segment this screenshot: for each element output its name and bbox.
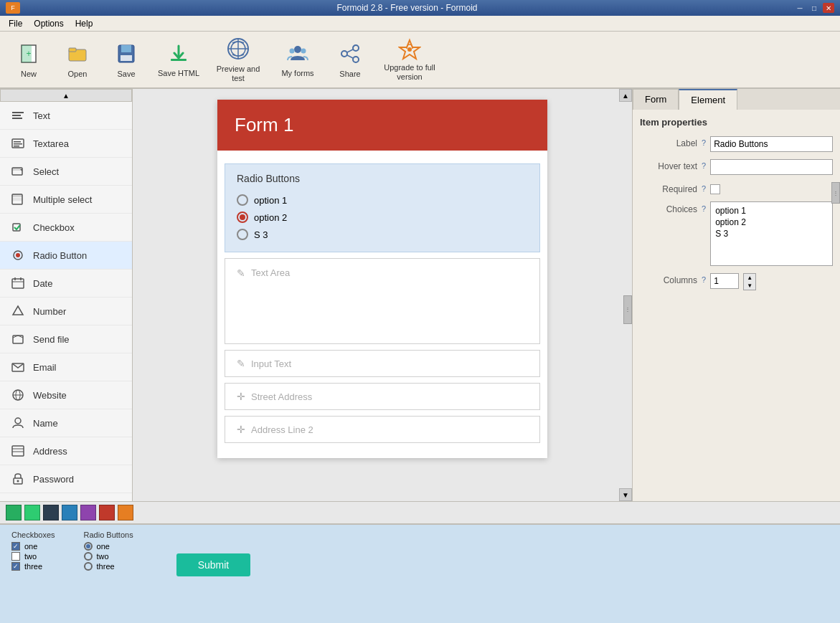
required-help-icon[interactable]: ? — [702, 182, 706, 193]
columns-increment[interactable]: ▲ — [744, 274, 755, 282]
textarea-field[interactable]: ✎ Text Area — [225, 258, 540, 344]
svg-marker-42 — [13, 306, 23, 315]
sidebar-item-multiple-select-label: Multiple select — [33, 194, 92, 205]
close-button[interactable]: ✕ — [823, 3, 834, 13]
color-swatch-purple[interactable] — [80, 505, 96, 520]
new-label: New — [21, 70, 37, 78]
color-swatch-green[interactable] — [24, 505, 40, 520]
preview-radio-three-btn[interactable] — [84, 562, 93, 571]
choice-item-2[interactable]: option 2 — [714, 217, 829, 228]
open-icon — [65, 41, 90, 67]
color-swatch-orange[interactable] — [118, 505, 133, 520]
sidebar-item-radio-button[interactable]: Radio Button — [0, 242, 132, 270]
sidebar-item-name[interactable]: Name — [0, 409, 132, 437]
svg-rect-6 — [121, 45, 131, 52]
choice-item-1[interactable]: option 1 — [714, 205, 829, 217]
radio-option-3[interactable]: S 3 — [237, 226, 528, 243]
sidebar-item-date[interactable]: Date — [0, 270, 132, 298]
canvas-scroll-down[interactable]: ▼ — [619, 488, 632, 501]
sidebar-scroll-up[interactable]: ▲ — [0, 89, 132, 102]
svg-rect-38 — [12, 279, 24, 288]
canvas-scroll-up[interactable]: ▲ — [619, 89, 632, 102]
save-button[interactable]: Save — [105, 34, 148, 85]
color-swatch-dark[interactable] — [43, 505, 59, 520]
new-button[interactable]: + New — [7, 34, 50, 85]
item-properties-title: Item properties — [640, 117, 833, 128]
svg-point-18 — [353, 57, 359, 62]
preview-submit-button[interactable]: Submit — [176, 553, 251, 576]
input-text-field[interactable]: ✎ Input Text — [225, 350, 540, 377]
sidebar-item-address-label: Address — [33, 446, 67, 457]
radio-circle-2[interactable] — [237, 211, 248, 223]
color-swatch-teal[interactable] — [6, 505, 22, 520]
radio-option-1[interactable]: option 1 — [237, 191, 528, 209]
preview-checkbox-three-box[interactable] — [11, 562, 20, 571]
save-html-button[interactable]: Save HTML — [154, 34, 204, 85]
hover-text-prop-input[interactable] — [710, 159, 833, 175]
textarea-placeholder: Text Area — [251, 267, 290, 278]
svg-point-37 — [16, 253, 20, 257]
sidebar-item-select[interactable]: Select — [0, 158, 132, 186]
preview-radio-two-btn[interactable] — [84, 552, 93, 561]
sidebar-item-multiple-select[interactable]: Multiple select — [0, 186, 132, 214]
choices-box[interactable]: option 1 option 2 S 3 — [710, 201, 833, 266]
select-icon — [10, 163, 26, 179]
menu-help[interactable]: Help — [70, 17, 99, 30]
input-text-icon: ✎ — [237, 358, 245, 369]
sidebar-item-number[interactable]: Number — [0, 298, 132, 325]
sidebar-item-send-file[interactable]: Send file — [0, 325, 132, 353]
preview-checkbox-one-box[interactable] — [11, 542, 20, 551]
menu-options[interactable]: Options — [28, 17, 69, 30]
columns-prop-input[interactable] — [710, 273, 739, 289]
address-line2-field[interactable]: ✛ Address Line 2 — [225, 416, 540, 443]
sidebar-item-website[interactable]: Website — [0, 381, 132, 409]
preview-checkbox-one-label: one — [24, 542, 37, 551]
website-icon — [10, 387, 26, 403]
label-prop-input[interactable] — [710, 136, 833, 152]
open-button[interactable]: Open — [56, 34, 99, 85]
text-icon — [10, 108, 26, 123]
choice-item-3[interactable]: S 3 — [714, 228, 829, 239]
share-button[interactable]: Share — [329, 34, 372, 85]
preview-radio-one-btn[interactable] — [84, 542, 93, 551]
svg-rect-27 — [14, 143, 22, 145]
my-forms-button[interactable]: My forms — [273, 34, 323, 85]
sidebar-item-password-label: Password — [33, 474, 74, 485]
input-text-placeholder: Input Text — [251, 358, 291, 369]
color-swatch-red[interactable] — [99, 505, 115, 520]
hover-text-help-icon[interactable]: ? — [702, 159, 706, 170]
sidebar-item-text[interactable]: Text — [0, 102, 132, 130]
svg-text:+: + — [26, 49, 31, 59]
preview-button[interactable]: Preview and test — [209, 34, 267, 85]
columns-help-icon[interactable]: ? — [702, 273, 706, 284]
color-swatch-blue[interactable] — [62, 505, 77, 520]
choices-help-icon[interactable]: ? — [702, 201, 706, 213]
sidebar-item-address[interactable]: Address — [0, 437, 132, 465]
my-forms-label: My forms — [281, 69, 313, 78]
radio-option-2[interactable]: option 2 — [237, 209, 528, 226]
minimize-button[interactable]: ─ — [794, 3, 806, 13]
required-checkbox[interactable] — [710, 184, 720, 194]
sidebar-item-textarea[interactable]: Textarea — [0, 130, 132, 158]
tab-form[interactable]: Form — [633, 89, 679, 110]
street-address-field[interactable]: ✛ Street Address — [225, 383, 540, 410]
radio-circle-3[interactable] — [237, 229, 248, 240]
center-resize-handle[interactable]: ⋮ — [623, 295, 632, 324]
maximize-button[interactable]: □ — [808, 3, 820, 13]
label-help-icon[interactable]: ? — [702, 136, 706, 147]
radio-circle-1[interactable] — [237, 194, 248, 206]
preview-radio-one: one — [84, 542, 133, 551]
preview-checkbox-two-box[interactable] — [11, 552, 20, 561]
menu-file[interactable]: File — [3, 17, 28, 30]
hover-text-prop-label: Hover text — [640, 159, 697, 171]
svg-rect-33 — [12, 194, 22, 197]
columns-decrement[interactable]: ▼ — [744, 282, 755, 290]
tab-element[interactable]: Element — [679, 89, 737, 110]
sidebar-item-phone[interactable]: Phone — [0, 493, 132, 501]
upgrade-button[interactable]: Upgrade to full version — [377, 34, 442, 85]
sidebar-item-password[interactable]: Password — [0, 465, 132, 493]
right-panel-scroll[interactable]: ⋮ — [831, 182, 840, 204]
sidebar-item-email[interactable]: Email — [0, 353, 132, 381]
sidebar-item-website-label: Website — [33, 390, 67, 401]
sidebar-item-checkbox[interactable]: Checkbox — [0, 214, 132, 242]
